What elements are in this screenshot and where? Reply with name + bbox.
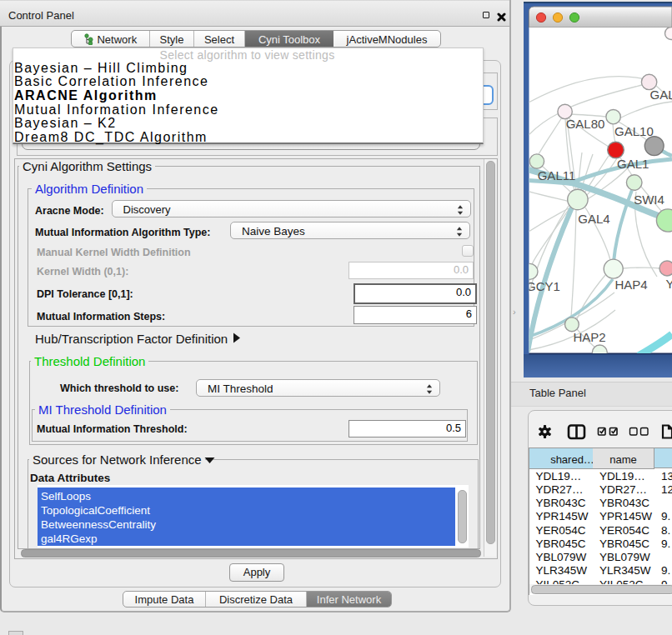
svg-text:GCY1: GCY1 xyxy=(526,279,560,293)
svg-text:GAL4: GAL4 xyxy=(578,212,609,226)
svg-text:GAL80: GAL80 xyxy=(566,117,605,131)
svg-text:HAP2: HAP2 xyxy=(573,330,605,344)
svg-text:GAL7: GAL7 xyxy=(650,88,672,102)
svg-text:HAP4: HAP4 xyxy=(614,278,647,292)
svg-text:GAL1: GAL1 xyxy=(617,157,649,171)
svg-text:GAL11: GAL11 xyxy=(538,168,576,182)
svg-text:YM: YM xyxy=(666,277,672,291)
svg-text:SWI4: SWI4 xyxy=(634,192,664,207)
svg-text:GAL10: GAL10 xyxy=(614,124,654,138)
